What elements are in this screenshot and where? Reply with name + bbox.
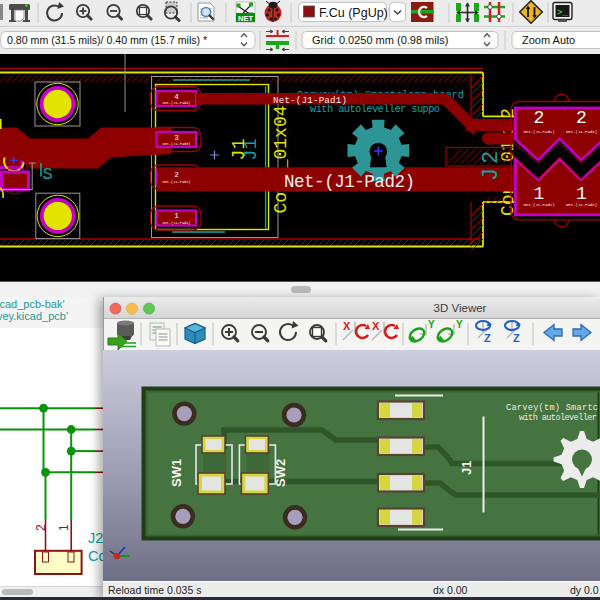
svg-text:Carvey(tm) Smartc: Carvey(tm) Smartc — [506, 403, 598, 413]
svg-text:1: 1 — [57, 524, 71, 531]
svg-text:Net-(J1-Pad3): Net-(J1-Pad3) — [162, 142, 190, 146]
svg-text:3: 3 — [174, 134, 179, 142]
svg-text:SW1: SW1 — [169, 459, 184, 487]
svg-text:1: 1 — [576, 184, 587, 204]
svg-text:X: X — [372, 320, 380, 332]
svg-text:2: 2 — [576, 108, 587, 128]
svg-text:Net-(J1-Pad1): Net-(J1-Pad1) — [273, 95, 347, 106]
svg-text:2: 2 — [34, 524, 48, 531]
svg-text:S: S — [43, 165, 53, 184]
svg-text:Net-(J1-Pad1): Net-(J1-Pad1) — [162, 221, 190, 225]
svg-text:Y: Y — [456, 319, 463, 330]
svg-text:1: 1 — [174, 212, 179, 220]
svg-text:Net-(J1-Pad2): Net-(J1-Pad2) — [523, 203, 554, 207]
svg-text:2: 2 — [534, 108, 545, 128]
svg-text:Z: Z — [484, 332, 491, 344]
svg-text:Net-(J1-Pad1): Net-(J1-Pad1) — [523, 130, 554, 134]
svg-text:Co: Co — [88, 548, 103, 564]
svg-text:0.80 mm (31.5 mils)/ 0.40 mm (: 0.80 mm (31.5 mils)/ 0.40 mm (15.7 mils)… — [7, 34, 207, 46]
svg-text:>_: >_ — [557, 8, 568, 18]
svg-text:Net-(J1-Pad1): Net-(J1-Pad1) — [566, 130, 597, 134]
svg-text:4: 4 — [174, 93, 179, 101]
svg-text:J2: J2 — [88, 530, 103, 546]
svg-text:1: 1 — [534, 184, 545, 204]
svg-text:Net-(J1-Pad2): Net-(J1-Pad2) — [566, 203, 597, 207]
svg-text:Net-(J1-Pad4): Net-(J1-Pad4) — [162, 101, 190, 105]
svg-text:Z: Z — [513, 332, 520, 344]
svg-text:Y: Y — [428, 319, 435, 330]
svg-text:3D Viewer: 3D Viewer — [434, 302, 487, 314]
svg-text:F.Cu (PgUp): F.Cu (PgUp) — [319, 6, 388, 20]
svg-text:Net-(J1-Pad2): Net-(J1-Pad2) — [284, 172, 415, 192]
svg-text:with autoleveller: with autoleveller — [519, 413, 597, 423]
svg-text:J1: J1 — [241, 138, 261, 160]
svg-text:Zoom Auto: Zoom Auto — [522, 34, 575, 46]
svg-text:Conn_01x04: Conn_01x04 — [271, 105, 291, 213]
svg-text:J1: J1 — [459, 461, 474, 475]
svg-text:2: 2 — [174, 171, 179, 179]
svg-text:NET: NET — [238, 14, 253, 23]
svg-text:J2: J2 — [479, 147, 504, 181]
svg-text:Net-(J1-Pad2): Net-(J1-Pad2) — [162, 180, 190, 184]
svg-text:Grid: 0.0250 mm (0.98 mils): Grid: 0.0250 mm (0.98 mils) — [312, 34, 448, 46]
svg-text:X: X — [343, 320, 351, 332]
svg-text:SW2: SW2 — [273, 459, 288, 487]
